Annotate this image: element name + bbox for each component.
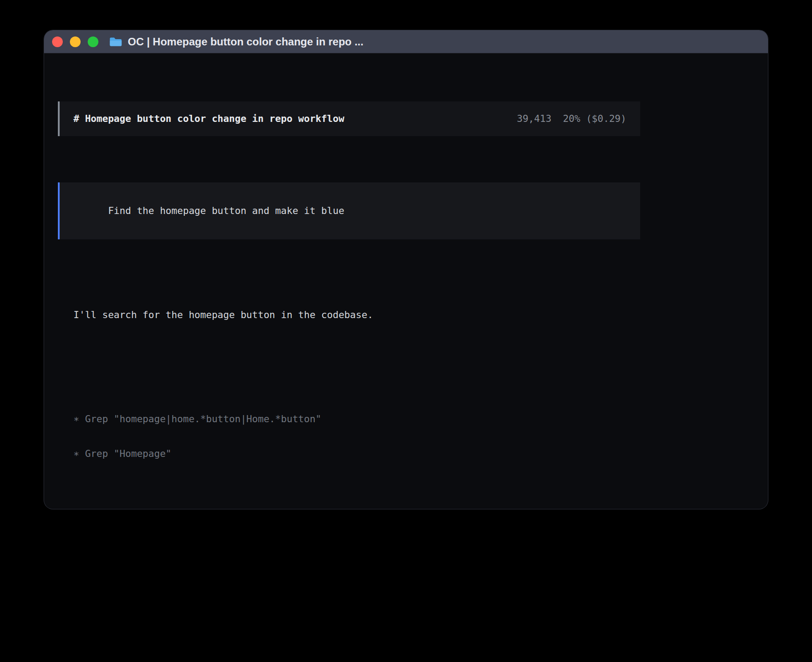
user-message: Find the homepage button and make it blu… [58,182,640,239]
session-header: # Homepage button color change in repo w… [58,101,640,136]
tool-call: ∗ Grep "homepage|home.*button|Home.*butt… [73,413,640,425]
tool-calls-grep-1: ∗ Grep "homepage|home.*button|Home.*butt… [73,390,640,483]
session-title: # Homepage button color change in repo w… [73,113,344,125]
traffic-lights [52,36,98,47]
context-usage: 20% ($0.29) [563,113,626,124]
terminal-window: OC | Homepage button color change in rep… [44,30,768,509]
terminal-content: # Homepage button color change in repo w… [44,53,640,509]
window-title: OC | Homepage button color change in rep… [128,36,363,48]
assistant-line: I'll search for the homepage button in t… [73,309,640,321]
close-button[interactable] [52,36,63,47]
session-stats: 39,41320% ($0.29) [517,113,626,125]
zoom-button[interactable] [88,36,98,47]
user-message-text: Find the homepage button and make it blu… [108,205,345,216]
assistant-text: I'll search for the homepage button in t… [73,286,640,344]
tool-call: ∗ Grep "Homepage" [73,448,640,460]
folder-icon [109,36,122,47]
minimize-button[interactable] [70,36,81,47]
titlebar[interactable]: OC | Homepage button color change in rep… [44,30,768,53]
token-count: 39,413 [517,113,552,124]
